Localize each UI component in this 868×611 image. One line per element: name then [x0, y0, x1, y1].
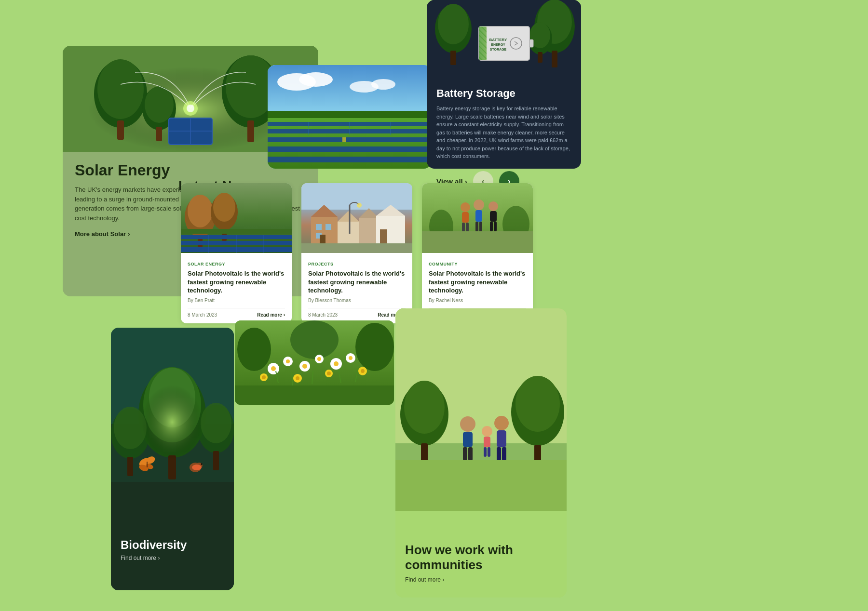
svg-rect-55 [529, 40, 533, 47]
news-card-2-author: By Rachel Ness [429, 298, 526, 303]
news-card-1-date: 8 March 2023 [308, 312, 338, 318]
solar-farm-image [268, 65, 432, 169]
svg-rect-77 [359, 218, 379, 243]
news-card-0-footer: 8 March 2023 Read more › [188, 308, 285, 318]
svg-rect-84 [320, 235, 326, 243]
battery-illustration: BATTERY ENERGY STORAGE [427, 0, 581, 80]
svg-rect-175 [488, 447, 490, 457]
svg-rect-158 [235, 385, 394, 405]
battery-card-image: BATTERY ENERGY STORAGE [427, 0, 581, 80]
svg-rect-82 [326, 224, 331, 230]
svg-rect-177 [497, 430, 506, 447]
svg-rect-97 [479, 222, 482, 232]
communities-link[interactable]: Find out more › [405, 576, 557, 583]
svg-rect-27 [268, 146, 432, 152]
svg-point-134 [271, 366, 276, 371]
svg-point-94 [474, 199, 484, 210]
svg-point-117 [129, 364, 216, 470]
news-card-1-footer: 8 March 2023 Read more › [308, 308, 406, 318]
svg-point-142 [334, 361, 339, 366]
svg-rect-72 [301, 183, 412, 210]
svg-rect-170 [463, 447, 467, 461]
svg-rect-92 [462, 223, 465, 232]
biodiversity-title: Biodiversity [121, 538, 224, 552]
svg-point-168 [460, 416, 475, 432]
svg-rect-45 [538, 52, 542, 63]
svg-point-152 [361, 369, 365, 373]
svg-point-19 [299, 72, 333, 87]
svg-rect-178 [497, 447, 501, 461]
svg-rect-42 [552, 51, 557, 67]
svg-point-98 [488, 201, 498, 211]
svg-rect-101 [494, 222, 497, 231]
svg-point-130 [237, 328, 271, 371]
svg-point-121 [192, 465, 202, 470]
news-cards-row: SOLAR ENERGY Solar Photovoltaic is the w… [181, 183, 533, 323]
svg-text:BATTERY: BATTERY [489, 38, 508, 42]
svg-rect-39 [450, 51, 456, 65]
svg-rect-100 [490, 222, 493, 231]
battery-card-text: Battery energy storage is key for reliab… [436, 105, 571, 160]
svg-point-38 [438, 4, 469, 44]
news-card-2-image [422, 183, 533, 253]
solar-farm-illustration [268, 65, 432, 169]
svg-rect-85 [380, 229, 387, 243]
svg-point-166 [515, 376, 560, 432]
news-card-2[interactable]: COMMUNITY Solar Photovoltaic is the worl… [422, 183, 533, 323]
svg-rect-7 [247, 120, 254, 142]
svg-point-132 [290, 320, 339, 359]
communities-content: How we work with communities Find out mo… [405, 543, 557, 583]
svg-rect-95 [475, 210, 482, 222]
wildflower-illustration [235, 320, 394, 405]
svg-rect-4 [117, 120, 124, 140]
svg-point-172 [482, 426, 492, 437]
svg-rect-75 [338, 222, 359, 243]
news-card-2-headline: Solar Photovoltaic is the world's fastes… [429, 269, 526, 295]
biodiversity-content: Biodiversity Find out more › [121, 538, 224, 561]
svg-rect-64 [181, 229, 292, 234]
svg-point-9 [145, 86, 174, 123]
svg-text:ENERGY: ENERGY [491, 43, 505, 46]
news-card-0[interactable]: SOLAR ENERGY Solar Photovoltaic is the w… [181, 183, 292, 323]
svg-rect-171 [468, 447, 473, 461]
svg-rect-179 [502, 447, 506, 461]
svg-point-87 [357, 203, 362, 208]
svg-rect-88 [301, 243, 412, 253]
svg-rect-35 [342, 137, 346, 142]
news-card-1-tag: PROJECTS [308, 262, 406, 266]
news-card-0-image [181, 183, 292, 253]
svg-point-15 [187, 105, 194, 112]
communities-card: How we work with communities Find out mo… [395, 308, 567, 598]
svg-point-150 [327, 372, 331, 375]
svg-point-131 [355, 323, 394, 371]
biodiversity-link[interactable]: Find out more › [121, 555, 224, 561]
svg-rect-173 [484, 437, 490, 447]
news-card-0-readmore[interactable]: Read more › [257, 312, 285, 318]
news-card-1[interactable]: PROJECTS Solar Photovoltaic is the world… [301, 183, 412, 323]
svg-rect-96 [475, 222, 478, 232]
wildflower-image [235, 320, 394, 405]
svg-rect-10 [156, 127, 162, 141]
svg-point-163 [404, 381, 445, 434]
svg-point-146 [262, 375, 266, 379]
news-card-0-body: SOLAR ENERGY Solar Photovoltaic is the w… [181, 255, 292, 323]
svg-point-140 [317, 357, 321, 361]
svg-rect-26 [268, 137, 432, 142]
news-card-2-tag: COMMUNITY [429, 262, 526, 266]
svg-point-3 [97, 59, 144, 119]
news-card-0-date: 8 March 2023 [188, 312, 217, 318]
svg-rect-174 [484, 447, 487, 457]
svg-rect-128 [111, 482, 234, 590]
battery-more-link[interactable]: More about Battery Storage [436, 168, 506, 169]
news-card-0-author: By Ben Pratt [188, 298, 285, 303]
svg-rect-28 [268, 157, 432, 162]
svg-rect-104 [422, 231, 533, 253]
svg-point-176 [494, 416, 509, 430]
svg-point-138 [302, 364, 307, 369]
battery-storage-card: BATTERY ENERGY STORAGE Battery Storage B… [427, 0, 581, 169]
svg-point-62 [213, 193, 235, 222]
svg-point-136 [286, 359, 290, 363]
news-card-1-headline: Solar Photovoltaic is the world's fastes… [308, 269, 406, 295]
svg-text:STORAGE: STORAGE [490, 48, 507, 51]
svg-rect-99 [490, 211, 497, 222]
